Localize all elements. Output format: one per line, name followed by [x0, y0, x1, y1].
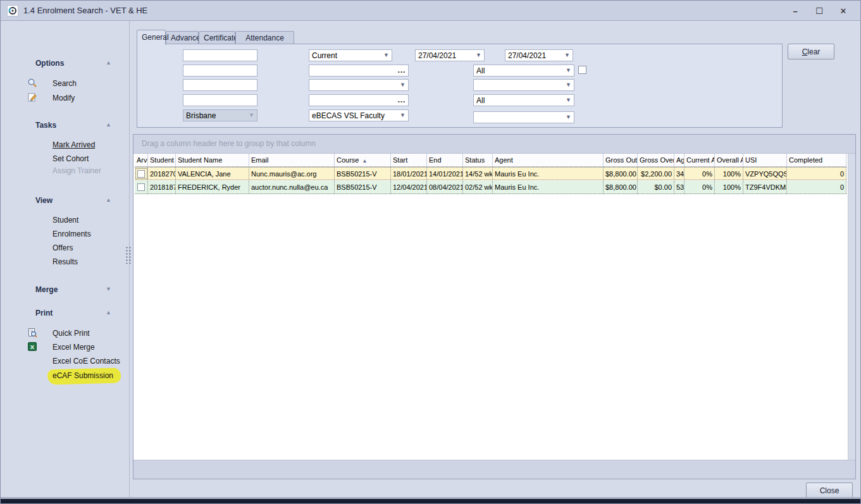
- col-header-current-att[interactable]: Current Att: [684, 154, 715, 166]
- cell-gross-outstanding[interactable]: $8,800.00: [604, 181, 638, 194]
- section-merge[interactable]: Merge: [35, 285, 58, 294]
- collapse-up-icon[interactable]: ▲: [106, 309, 111, 316]
- cell-start[interactable]: 12/04/2021: [391, 181, 427, 194]
- from-date-select[interactable]: 27/04/2021▼: [415, 49, 485, 61]
- cell-start[interactable]: 18/01/2021: [391, 168, 427, 180]
- arrived-checkbox-cell[interactable]: [135, 181, 148, 194]
- chevron-down-icon[interactable]: ▼: [566, 67, 571, 73]
- subject-code-input[interactable]: …: [309, 65, 409, 77]
- cell-student-no[interactable]: 2018187: [148, 181, 176, 194]
- minimize-button[interactable]: –: [783, 1, 807, 21]
- cell-student-no[interactable]: 2018270: [148, 168, 176, 180]
- cell-email[interactable]: auctor.nunc.nulla@eu.ca: [249, 181, 335, 194]
- student-no-input[interactable]: [183, 49, 257, 61]
- date-option-select[interactable]: Current▼: [309, 49, 392, 61]
- cell-end[interactable]: 14/01/2021: [427, 168, 463, 180]
- collapse-down-icon[interactable]: ▼: [106, 286, 111, 292]
- result-status-select[interactable]: ▼: [309, 79, 409, 91]
- cell-age[interactable]: 34: [674, 168, 684, 180]
- cell-usi[interactable]: TZ9F4VDKM8: [743, 181, 787, 194]
- splitter-grip-icon[interactable]: [125, 246, 132, 264]
- to-date-select[interactable]: 27/04/2021▼: [505, 49, 573, 61]
- cell-completed[interactable]: 0: [787, 168, 846, 180]
- chevron-down-icon[interactable]: ▼: [564, 52, 570, 58]
- chevron-down-icon[interactable]: ▼: [400, 112, 406, 118]
- tab-attendance-period[interactable]: Attendance Period: [235, 31, 294, 44]
- cell-current-att[interactable]: 0%: [684, 168, 715, 180]
- cell-status[interactable]: 14/52 wks: [463, 168, 493, 180]
- cell-gross-overdue[interactable]: $0.00: [638, 181, 674, 194]
- cell-overall-att[interactable]: 100%: [715, 168, 743, 180]
- cell-agent[interactable]: Mauris Eu Inc.: [493, 181, 604, 194]
- arrived-checkbox[interactable]: [137, 183, 145, 191]
- section-options[interactable]: Options: [35, 59, 64, 68]
- sidebar-item-search[interactable]: Search: [53, 79, 77, 88]
- col-header-usi[interactable]: USI: [743, 154, 787, 166]
- sidebar-item-set-cohort[interactable]: Set Cohort: [53, 154, 89, 163]
- sidebar-item-quick-print[interactable]: Quick Print: [53, 329, 90, 338]
- sidebar-item-results[interactable]: Results: [53, 257, 78, 266]
- col-header-agent[interactable]: Agent: [493, 154, 604, 166]
- last-name-input[interactable]: [183, 94, 257, 106]
- cell-student-name[interactable]: VALENCIA, Jane: [176, 168, 249, 180]
- section-tasks[interactable]: Tasks: [35, 121, 56, 130]
- table-row[interactable]: 2018187 FREDERICK, Ryder auctor.nunc.nul…: [135, 181, 846, 194]
- cell-agent[interactable]: Mauris Eu Inc.: [493, 168, 604, 180]
- chevron-down-icon[interactable]: ▼: [476, 52, 481, 58]
- cell-status[interactable]: 02/52 wks: [463, 181, 493, 194]
- col-header-completed[interactable]: Completed: [787, 154, 846, 166]
- col-header-end[interactable]: End: [427, 154, 463, 166]
- cell-course[interactable]: BSB50215-V: [335, 181, 391, 194]
- table-row[interactable]: 2018270 VALENCIA, Jane Nunc.mauris@ac.or…: [135, 167, 846, 180]
- cell-overall-att[interactable]: 100%: [715, 181, 743, 194]
- sidebar-item-student[interactable]: Student: [53, 216, 78, 224]
- col-header-student-no[interactable]: Student No: [148, 154, 176, 166]
- sidebar-item-mark-arrived[interactable]: Mark Arrived: [53, 140, 95, 149]
- section-view[interactable]: View: [35, 196, 53, 205]
- clear-button[interactable]: Clear: [788, 44, 834, 59]
- trainer-select[interactable]: ▼: [473, 79, 574, 91]
- new-continuing-select[interactable]: All▼: [473, 65, 574, 77]
- col-header-student-name[interactable]: Student Name: [176, 154, 249, 166]
- col-header-status[interactable]: Status: [463, 154, 493, 166]
- cell-student-name[interactable]: FREDERICK, Ryder: [176, 181, 249, 194]
- collapse-up-icon[interactable]: ▲: [106, 197, 111, 203]
- first-name-input[interactable]: [183, 65, 257, 77]
- sidebar-item-ecaf-submission[interactable]: eCAF Submission: [53, 371, 113, 380]
- arrived-checkbox[interactable]: [137, 170, 145, 178]
- ellipsis-lookup-icon[interactable]: …: [397, 65, 406, 75]
- close-window-button[interactable]: ✕: [831, 1, 855, 21]
- ellipsis-lookup-icon[interactable]: …: [397, 95, 406, 104]
- sidebar-item-enrolments[interactable]: Enrolments: [53, 230, 91, 238]
- vet-he-enrol-only-checkbox[interactable]: [578, 66, 586, 74]
- collapse-up-icon[interactable]: ▲: [106, 59, 111, 66]
- cell-current-att[interactable]: 0%: [684, 181, 715, 194]
- group-by-bar[interactable]: Drag a column header here to group by th…: [133, 135, 855, 154]
- col-header-start[interactable]: Start: [391, 154, 427, 166]
- vertical-scrollbar-track[interactable]: [848, 154, 855, 460]
- middle-name-input[interactable]: [183, 79, 257, 91]
- col-header-email[interactable]: Email: [249, 154, 335, 166]
- cell-age[interactable]: 53: [674, 181, 684, 194]
- tab-advanced[interactable]: Advanced: [166, 31, 199, 44]
- faculty-select[interactable]: eBECAS VSL Faculty▼: [309, 109, 409, 121]
- company-select[interactable]: ▼: [473, 111, 574, 123]
- maximize-button[interactable]: ☐: [807, 1, 831, 21]
- sidebar-item-offers[interactable]: Offers: [53, 243, 73, 252]
- col-header-arvd[interactable]: Arvd: [135, 154, 148, 166]
- cell-end[interactable]: 08/04/2021: [427, 181, 463, 194]
- col-header-gross-overdue[interactable]: Gross Overdue: [638, 154, 674, 166]
- cell-completed[interactable]: 0: [787, 181, 846, 194]
- horizontal-scrollbar-track[interactable]: [133, 460, 855, 479]
- arrived-checkbox-cell[interactable]: [135, 168, 148, 180]
- tab-certificate[interactable]: Certificate: [199, 31, 235, 44]
- class-input[interactable]: …: [309, 94, 409, 106]
- chevron-down-icon[interactable]: ▼: [566, 114, 571, 120]
- section-print[interactable]: Print: [35, 309, 53, 317]
- chevron-down-icon[interactable]: ▼: [400, 82, 406, 88]
- col-header-gross-outstanding[interactable]: Gross Outstanding: [604, 154, 638, 166]
- chevron-down-icon[interactable]: ▼: [566, 97, 571, 103]
- col-header-overall-att[interactable]: Overall Att: [715, 154, 743, 166]
- cell-gross-overdue[interactable]: $2,200.00: [638, 168, 674, 180]
- sidebar-item-excel-merge[interactable]: Excel Merge: [53, 343, 95, 352]
